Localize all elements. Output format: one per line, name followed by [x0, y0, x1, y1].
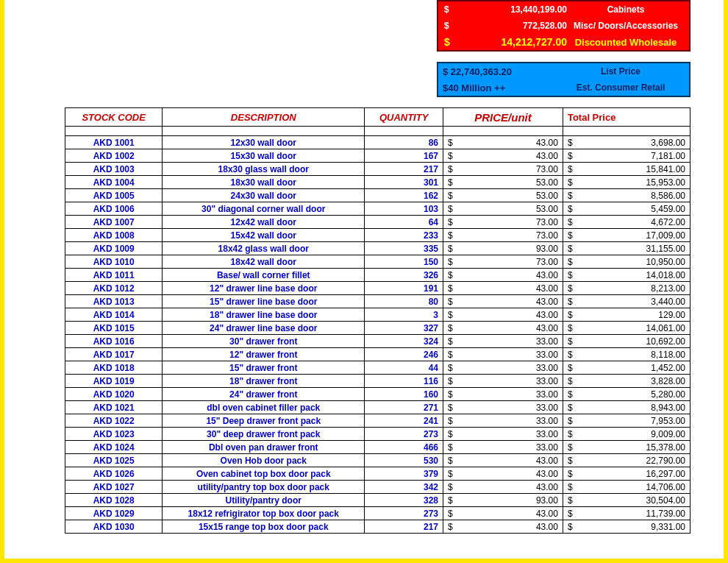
cell-code: AKD 1018 — [65, 361, 163, 375]
cell-code: AKD 1008 — [65, 229, 163, 242]
cell-total: $14,061.00 — [563, 322, 690, 335]
cell-code: AKD 1026 — [65, 467, 163, 481]
cell-desc: dbl oven cabinet filler pack — [163, 401, 365, 414]
spacer-row — [65, 127, 690, 136]
cell-price: $43.00 — [443, 520, 563, 534]
cell-desc: 18" drawer front — [163, 375, 365, 388]
currency-symbol: $ — [443, 4, 453, 15]
cell-total: $4,672.00 — [563, 216, 690, 229]
cell-desc: 18x42 wall door — [163, 255, 365, 269]
cell-desc: Oven Hob door pack — [163, 454, 365, 467]
cell-qty: 160 — [365, 388, 443, 401]
red-summary-row: $13,440,199.00Cabinets — [438, 1, 689, 18]
cell-qty: 324 — [365, 335, 443, 348]
cell-total: $11,739.00 — [563, 507, 690, 520]
cell-code: AKD 1002 — [65, 149, 163, 163]
cell-qty: 103 — [365, 202, 443, 216]
cell-code: AKD 1003 — [65, 163, 163, 176]
cell-qty: 162 — [365, 189, 443, 202]
cell-code: AKD 1021 — [65, 401, 163, 414]
header-desc: DESCRIPTION — [163, 108, 365, 127]
table-row: AKD 101524" drawer line base door327$43.… — [65, 322, 690, 335]
cell-qty: 466 — [365, 441, 443, 454]
cell-code: AKD 1007 — [65, 216, 163, 229]
table-row: AKD 100524x30 wall door162$53.00$8,586.0… — [65, 189, 690, 202]
cell-price: $73.00 — [443, 229, 563, 242]
cell-qty: 150 — [365, 255, 443, 269]
cell-total: $7,953.00 — [563, 414, 690, 428]
cell-desc: 15" drawer line base door — [163, 295, 365, 308]
header-code: STOCK CODE — [65, 108, 163, 127]
table-row: AKD 101418" drawer line base door3$43.00… — [65, 308, 690, 322]
cell-total: $5,280.00 — [563, 388, 690, 401]
inventory-table: STOCK CODE DESCRIPTION QUANTITY PRICE/un… — [65, 107, 690, 534]
cell-qty: 273 — [365, 507, 443, 520]
summary-amount: 772,528.00 — [453, 21, 567, 31]
table-row: AKD 1021dbl oven cabinet filler pack271$… — [65, 401, 690, 414]
cell-code: AKD 1006 — [65, 202, 163, 216]
cell-desc: 30" drawer front — [163, 335, 365, 348]
cell-price: $43.00 — [443, 308, 563, 322]
cell-desc: utility/pantry top box door pack — [163, 481, 365, 494]
cell-price: $33.00 — [443, 375, 563, 388]
cell-code: AKD 1020 — [65, 388, 163, 401]
cell-desc: 18x42 glass wall door — [163, 242, 365, 255]
cell-qty: 273 — [365, 428, 443, 441]
cell-price: $43.00 — [443, 149, 563, 163]
cell-price: $33.00 — [443, 441, 563, 454]
table-row: AKD 1025Oven Hob door pack530$43.00$22,7… — [65, 454, 690, 467]
table-row: AKD 1028Utility/pantry door328$93.00$30,… — [65, 494, 690, 507]
cell-code: AKD 1022 — [65, 414, 163, 428]
cell-total: $15,953.00 — [563, 176, 690, 189]
red-summary-row: $14,212,727.00Discounted Wholesale — [438, 34, 689, 50]
cell-price: $73.00 — [443, 163, 563, 176]
cell-code: AKD 1030 — [65, 520, 163, 534]
cell-qty: 530 — [365, 454, 443, 467]
cell-qty: 44 — [365, 361, 443, 375]
currency-symbol: $ — [443, 21, 453, 31]
cell-total: $8,213.00 — [563, 282, 690, 295]
cell-total: $1,452.00 — [563, 361, 690, 375]
table-body: AKD 100112x30 wall door86$43.00$3,698.00… — [65, 136, 690, 534]
summary-label: Est. Consumer Retail — [557, 82, 685, 93]
cell-code: AKD 1016 — [65, 335, 163, 348]
table-row: AKD 100318x30 glass wall door217$73.00$1… — [65, 163, 690, 176]
cell-qty: 241 — [365, 414, 443, 428]
cell-qty: 246 — [365, 348, 443, 361]
summary-amount: $40 Million ++ — [443, 82, 557, 93]
table-row: AKD 1027utility/pantry top box door pack… — [65, 481, 690, 494]
table-row: AKD 101315" drawer line base door80$43.0… — [65, 295, 690, 308]
cell-total: $3,440.00 — [563, 295, 690, 308]
cell-price: $43.00 — [443, 481, 563, 494]
table-row: AKD 102330" deep drawer front pack273$33… — [65, 428, 690, 441]
table-row: AKD 101918" drawer front116$33.00$3,828.… — [65, 375, 690, 388]
cell-desc: 12x42 wall door — [163, 216, 365, 229]
table-row: AKD 101712" drawer front246$33.00$8,118.… — [65, 348, 690, 361]
table-row: AKD 1024Dbl oven pan drawer front466$33.… — [65, 441, 690, 454]
cell-price: $93.00 — [443, 494, 563, 507]
table-row: AKD 100918x42 glass wall door335$93.00$3… — [65, 242, 690, 255]
cell-price: $43.00 — [443, 322, 563, 335]
cell-desc: Base/ wall corner fillet — [163, 269, 365, 282]
currency-symbol: $ — [443, 36, 453, 48]
cell-total: $5,459.00 — [563, 202, 690, 216]
inventory-table-wrap: STOCK CODE DESCRIPTION QUANTITY PRICE/un… — [65, 107, 690, 534]
cell-desc: 12" drawer line base door — [163, 282, 365, 295]
cell-total: $8,118.00 — [563, 348, 690, 361]
cell-code: AKD 1009 — [65, 242, 163, 255]
cell-desc: 18x12 refrigirator top box door pack — [163, 507, 365, 520]
blue-summary-box: $ 22,740,363.20List Price$40 Million ++E… — [437, 62, 690, 97]
cell-price: $43.00 — [443, 136, 563, 149]
cell-qty: 327 — [365, 322, 443, 335]
cell-desc: 18" drawer line base door — [163, 308, 365, 322]
cell-qty: 271 — [365, 401, 443, 414]
cell-code: AKD 1013 — [65, 295, 163, 308]
cell-qty: 342 — [365, 481, 443, 494]
cell-price: $33.00 — [443, 401, 563, 414]
cell-price: $73.00 — [443, 255, 563, 269]
cell-price: $33.00 — [443, 414, 563, 428]
table-row: AKD 100712x42 wall door64$73.00$4,672.00 — [65, 216, 690, 229]
cell-price: $93.00 — [443, 242, 563, 255]
page: $13,440,199.00Cabinets$772,528.00Misc/ D… — [0, 0, 728, 563]
cell-qty: 326 — [365, 269, 443, 282]
